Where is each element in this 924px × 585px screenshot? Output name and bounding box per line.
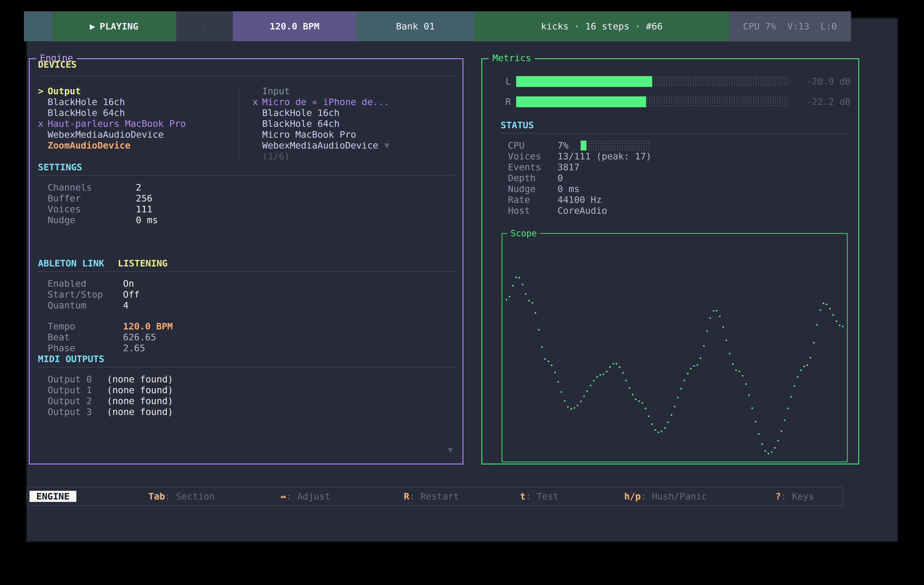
scope-sample-dot: [671, 414, 672, 416]
scope-sample-dot: [816, 324, 818, 326]
scope-sample-dot: [518, 277, 520, 278]
field-label: Output 2: [48, 395, 107, 407]
field-label: Output 1: [48, 385, 107, 395]
scope-sample-dot: [667, 422, 669, 423]
hint-description: Section: [176, 491, 214, 502]
scope-sample-dot: [768, 453, 769, 454]
key-hint-keys[interactable]: ?: Keys: [776, 488, 814, 505]
device-item[interactable]: xMicro de « iPhone de...: [252, 97, 454, 107]
device-item[interactable]: xHaut-parleurs MacBook Pro: [38, 119, 239, 129]
topbar-separator: ·: [176, 12, 233, 41]
scope-sample-dot: [564, 400, 566, 402]
field-label: Events: [508, 162, 558, 173]
scope-sample-dot: [732, 364, 734, 365]
scope-sample-dot: [645, 408, 646, 409]
scope-sample-dot: [716, 310, 718, 311]
link-status-badge: LISTENING: [118, 258, 168, 269]
meter-right-bar: [516, 96, 790, 107]
field-value: (none found): [107, 385, 173, 395]
device-item[interactable]: (1/6): [252, 151, 454, 162]
scope-sample-dot: [696, 364, 698, 366]
device-column-title: Output: [48, 86, 81, 97]
device-item-label: BlackHole 64ch: [262, 119, 340, 129]
device-item[interactable]: WebexMediaAudioDevice▼: [252, 140, 454, 151]
dropdown-arrow-icon[interactable]: ▼: [384, 140, 389, 151]
scope-sample-dot: [810, 357, 811, 358]
field-row: Voices13/111 (peak: 17): [501, 151, 851, 162]
hint-description: Hush/Panic: [652, 491, 707, 502]
field-label: Output 3: [48, 407, 107, 417]
link-rows: EnabledOnStart/StopOffQuantum4: [38, 278, 454, 311]
transport-label: PLAYING: [99, 21, 138, 32]
scope-sample-dot: [609, 366, 610, 367]
key-hint-restart[interactable]: R: Restart: [404, 488, 459, 505]
field-row: Beat626.65: [38, 332, 454, 343]
key-hint-section[interactable]: Tab: Section: [148, 488, 215, 505]
scope-sample-dot: [593, 380, 594, 381]
status-divider: [501, 133, 851, 134]
field-label: CPU: [508, 140, 558, 151]
device-item[interactable]: WebexMediaAudioDevice: [38, 129, 239, 140]
scope-sample-dot: [751, 407, 753, 409]
devices-grid: >OutputBlackHole 16chBlackHole 64chxHaut…: [38, 86, 454, 162]
scope-panel: Scope: [502, 233, 848, 462]
transport-status: ▶ PLAYING: [52, 12, 176, 41]
scope-sample-dot: [528, 300, 530, 302]
mode-badge: ENGINE: [30, 491, 76, 502]
meter-left-label: L: [505, 76, 516, 87]
topbar-left-pad: [24, 12, 52, 41]
field-label: Quantum: [48, 300, 123, 311]
device-item[interactable]: BlackHole 64ch: [252, 119, 454, 129]
device-item-label: Micro de « iPhone de...: [262, 97, 389, 107]
scope-sample-dot: [829, 308, 831, 310]
scope-sample-dot: [729, 353, 731, 354]
device-item[interactable]: BlackHole 16ch: [252, 107, 454, 119]
device-item[interactable]: ZoomAudioDevice: [38, 140, 239, 151]
scope-sample-dot: [719, 316, 721, 317]
scope-sample-dot: [642, 402, 643, 404]
scope-sample-dot: [690, 368, 691, 369]
scope-sample-dot: [832, 314, 834, 316]
hint-description: Keys: [792, 491, 814, 502]
hint-key: R: [404, 491, 409, 502]
meter-right: R -22.2 dB: [482, 96, 858, 107]
scroll-down-icon[interactable]: ▼: [448, 445, 453, 455]
field-row: Rate44100 Hz: [501, 194, 851, 205]
field-row: Output 2(none found): [38, 395, 454, 407]
scope-sample-dot: [571, 408, 572, 410]
field-row: Quantum4: [38, 300, 454, 311]
device-item[interactable]: BlackHole 64ch: [38, 107, 239, 119]
hint-key: h/p: [624, 491, 641, 502]
scope-sample-dot: [590, 385, 591, 386]
field-label: Start/Stop: [48, 289, 123, 300]
device-item[interactable]: Micro MacBook Pro: [252, 129, 454, 140]
scope-sample-dot: [800, 369, 802, 371]
scope-sample-dot: [820, 310, 821, 311]
device-item[interactable]: BlackHole 16ch: [38, 97, 239, 107]
field-row: Phase2.65: [38, 343, 454, 354]
scope-sample-dot: [700, 358, 701, 359]
device-item-marker: [252, 107, 262, 119]
status-rows: CPU7%Voices13/111 (peak: 17)Events3817De…: [501, 140, 851, 216]
hint-separator: :: [781, 491, 792, 502]
device-item-marker: [252, 129, 262, 140]
scope-sample-dot: [612, 363, 614, 364]
scope-sample-dot: [742, 375, 743, 377]
hint-key: ↔: [280, 491, 286, 502]
output-device-list: >OutputBlackHole 16chBlackHole 64chxHaut…: [38, 86, 239, 162]
key-hint-adjust[interactable]: ↔: Adjust: [280, 488, 330, 505]
scope-sample-dot: [531, 302, 533, 303]
scope-waveform: [503, 234, 846, 461]
separator-dot: ·: [202, 21, 206, 32]
devices-column-divider: [239, 86, 239, 158]
key-hint-hush-panic[interactable]: h/p: Hush/Panic: [624, 488, 707, 505]
hint-key: ?: [776, 491, 781, 502]
field-row: Events3817: [501, 162, 851, 173]
hint-description: Restart: [421, 491, 459, 502]
key-hint-test[interactable]: t: Test: [520, 488, 559, 505]
ableton-link-header: ABLETON LINK: [38, 258, 104, 269]
field-row: Start/StopOff: [38, 289, 454, 300]
scope-sample-dot: [839, 325, 840, 326]
field-value: CoreAudio: [558, 205, 607, 216]
scope-sample-dot: [726, 339, 727, 341]
